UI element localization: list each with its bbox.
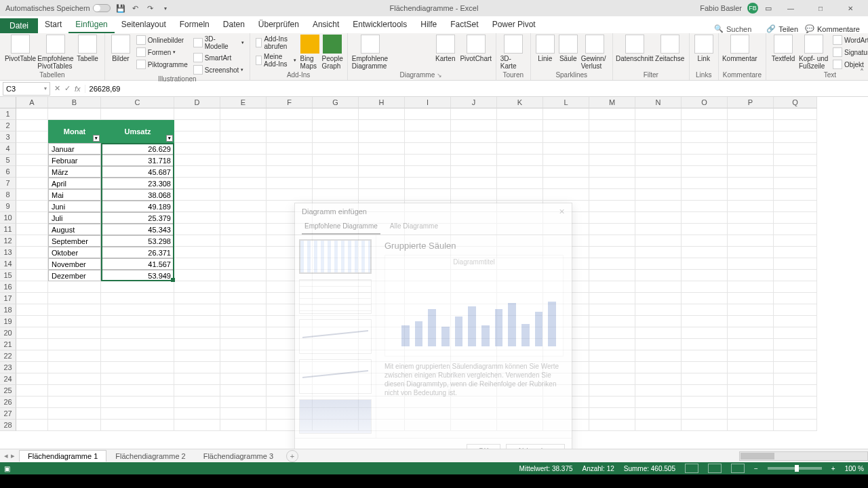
cell-umsatz-5[interactable]: 49.189 — [101, 201, 174, 212]
dialog-cancel-button[interactable]: Abbrechen — [506, 444, 565, 449]
undo-icon[interactable]: ↶ — [131, 3, 140, 13]
cell-umsatz-9[interactable]: 26.371 — [101, 247, 174, 258]
ribbon-tab-überprüfen[interactable]: Überprüfen — [252, 17, 306, 33]
sheet-tab-2[interactable]: Flächendiagramme 3 — [195, 450, 282, 462]
cell-monat-2[interactable]: März — [48, 166, 101, 178]
ribbon-tab-factset[interactable]: FactSet — [443, 17, 485, 33]
ribbon-tab-formeln[interactable]: Formeln — [173, 17, 216, 33]
ribbon-tab-seitenlayout[interactable]: Seitenlayout — [115, 17, 173, 33]
col-header-D[interactable]: D — [174, 97, 220, 108]
row-header-4[interactable]: 4 — [0, 143, 16, 155]
file-tab[interactable]: Datei — [0, 18, 38, 33]
formen-button[interactable]: Formen▾ — [135, 47, 189, 58]
row-header-5[interactable]: 5 — [0, 155, 16, 166]
pivottable-button[interactable]: PivotTable — [4, 35, 37, 62]
dialog-launcher-icon[interactable]: ↘ — [437, 72, 443, 79]
save-icon[interactable]: 💾 — [116, 3, 125, 13]
minimize-icon[interactable]: — — [778, 0, 803, 16]
chart-thumb-line-2[interactable] — [299, 359, 372, 394]
formula-input[interactable]: 26628,69 — [85, 85, 868, 93]
bing-maps-button[interactable]: Bing Maps — [300, 35, 319, 70]
signature-button[interactable]: Signaturzeile▾ — [831, 47, 868, 58]
qat-customize-icon[interactable]: ▾ — [161, 3, 170, 13]
header-footer-button[interactable]: Kopf- und Fußzeile — [799, 35, 829, 70]
ribbon-tab-ansicht[interactable]: Ansicht — [306, 17, 346, 33]
chart-thumb-area[interactable] — [299, 399, 372, 434]
piktogramme-button[interactable]: Piktogramme — [135, 59, 189, 70]
insert-chart-dialog[interactable]: Diagramm einfügen ✕ Empfohlene Diagramme… — [294, 203, 572, 449]
row-header-19[interactable]: 19 — [0, 316, 16, 327]
karten-button[interactable]: Karten — [433, 35, 458, 62]
filter-dropdown-icon[interactable]: ▾ — [93, 135, 100, 142]
cell-umsatz-4[interactable]: 38.068 — [101, 189, 174, 201]
line-chart-icon[interactable] — [405, 35, 417, 45]
tab-nav-next-icon[interactable]: ▸ — [11, 451, 15, 460]
cell-umsatz-6[interactable]: 25.379 — [101, 212, 174, 224]
toggle-switch-icon[interactable] — [93, 4, 111, 12]
row-header-3[interactable]: 3 — [0, 131, 16, 143]
worksheet-grid[interactable]: ABCDEFGHIJKLMNOPQ 1234567891011121314151… — [0, 97, 868, 449]
onlinebilder-button[interactable]: Onlinebilder — [135, 35, 189, 45]
col-header-B[interactable]: B — [48, 97, 101, 108]
spark-line-button[interactable]: Linie — [535, 35, 555, 62]
col-header-F[interactable]: F — [267, 97, 313, 108]
enter-fx-icon[interactable]: ✓ — [64, 84, 71, 93]
smartart-button[interactable]: SmartArt — [192, 52, 245, 63]
kommentar-button[interactable]: Kommentar — [723, 35, 757, 62]
collapse-ribbon-icon[interactable]: ˄ — [860, 68, 864, 77]
ribbon-tab-entwicklertools[interactable]: Entwicklertools — [346, 17, 414, 33]
combo-chart-icon[interactable] — [405, 58, 417, 68]
col-header-L[interactable]: L — [543, 97, 589, 108]
cell-monat-9[interactable]: Oktober — [48, 247, 101, 258]
cell-umsatz-0[interactable]: 26.629 — [101, 143, 174, 155]
sheet-tab-1[interactable]: Flächendiagramme 2 — [106, 450, 194, 462]
col-header-J[interactable]: J — [451, 97, 497, 108]
map-chart-icon[interactable] — [391, 58, 403, 68]
ribbon-tab-power pivot[interactable]: Power Pivot — [486, 17, 542, 33]
ribbon-tab-einfügen[interactable]: Einfügen — [68, 17, 114, 33]
cell-monat-5[interactable]: Juni — [48, 201, 101, 212]
zoom-level[interactable]: 100 % — [845, 465, 864, 472]
chart-thumb-clustered-column[interactable] — [299, 239, 372, 274]
cell-monat-1[interactable]: Februar — [48, 155, 101, 166]
row-header-2[interactable]: 2 — [0, 120, 16, 131]
my-addins-button[interactable]: Meine Add-Ins▾ — [254, 52, 298, 68]
row-header-20[interactable]: 20 — [0, 327, 16, 339]
timeline-button[interactable]: Zeitachse — [655, 35, 685, 62]
row-header-12[interactable]: 12 — [0, 235, 16, 247]
3d-karte-button[interactable]: 3D-Karte — [500, 35, 526, 70]
col-header-I[interactable]: I — [405, 97, 451, 108]
chart-thumb-lines[interactable] — [299, 279, 372, 314]
row-header-28[interactable]: 28 — [0, 420, 16, 431]
recommended-pivot-button[interactable]: Empfohlene PivotTables — [39, 35, 72, 70]
dialog-tab-all[interactable]: Alle Diagramme — [387, 220, 441, 235]
screenshot-button[interactable]: Screenshot▾ — [192, 64, 245, 75]
slicer-button[interactable]: Datenschnitt — [617, 35, 652, 62]
row-header-9[interactable]: 9 — [0, 201, 16, 212]
col-header-C[interactable]: C — [101, 97, 174, 108]
row-header-18[interactable]: 18 — [0, 304, 16, 316]
cell-umsatz-1[interactable]: 31.718 — [101, 155, 174, 166]
cell-monat-4[interactable]: Mai — [48, 189, 101, 201]
cell-monat-10[interactable]: November — [48, 258, 101, 270]
hier-chart-icon[interactable] — [391, 46, 403, 57]
col-header-N[interactable]: N — [635, 97, 682, 108]
people-graph-button[interactable]: People Graph — [322, 35, 343, 70]
cell-umsatz-10[interactable]: 41.567 — [101, 258, 174, 270]
wordart-button[interactable]: WordArt▾ — [831, 35, 868, 45]
col-header-H[interactable]: H — [359, 97, 405, 108]
tab-nav-prev-icon[interactable]: ◂ — [4, 451, 8, 460]
col-header-E[interactable]: E — [220, 97, 267, 108]
bilder-button[interactable]: Bilder — [109, 35, 132, 62]
cell-monat-0[interactable]: Januar — [48, 143, 101, 155]
view-pagebreak-icon[interactable] — [731, 464, 745, 473]
textfeld-button[interactable]: Textfeld — [770, 35, 796, 62]
cell-umsatz-2[interactable]: 45.687 — [101, 166, 174, 178]
cell-umsatz-8[interactable]: 53.298 — [101, 235, 174, 247]
view-normal-icon[interactable] — [685, 464, 698, 473]
cell-monat-3[interactable]: April — [48, 178, 101, 189]
col-header-K[interactable]: K — [497, 97, 543, 108]
row-header-1[interactable]: 1 — [0, 108, 16, 120]
ribbon-options-icon[interactable]: ▭ — [764, 3, 773, 13]
link-button[interactable]: Link — [694, 35, 714, 62]
